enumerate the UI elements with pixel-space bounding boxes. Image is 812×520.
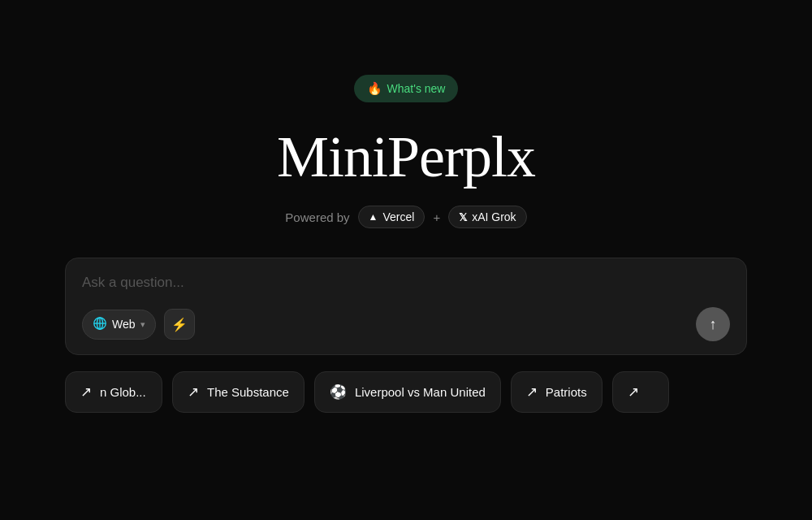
trending-label-3: Patriots — [546, 385, 587, 399]
trending-label-0: n Glob... — [100, 385, 146, 399]
trending-card-substance[interactable]: ↗ The Substance — [172, 371, 304, 413]
whats-new-button[interactable]: 🔥 What's new — [354, 75, 459, 102]
lightning-icon: ⚡ — [171, 317, 188, 332]
lightning-button[interactable]: ⚡ — [164, 309, 195, 340]
globe-icon — [93, 316, 107, 333]
xai-label: xAI Grok — [472, 210, 516, 223]
trending-icon-1: ↗ — [188, 384, 199, 401]
soccer-icon: ⚽ — [330, 384, 347, 401]
trending-label-1: The Substance — [207, 385, 289, 399]
web-label: Web — [112, 318, 136, 331]
web-mode-button[interactable]: Web ▾ — [82, 310, 156, 340]
trending-icon-4: ↗ — [628, 384, 639, 401]
app-title: MiniPerplx — [277, 125, 535, 189]
trending-card-patriots[interactable]: ↗ Patriots — [511, 371, 603, 413]
fire-icon: 🔥 — [367, 81, 382, 96]
vercel-badge: ▲ Vercel — [358, 206, 425, 228]
submit-button[interactable]: ↑ — [696, 307, 730, 341]
search-toolbar: Web ▾ ⚡ ↑ — [82, 307, 730, 341]
search-box: Web ▾ ⚡ ↑ — [65, 258, 747, 355]
trending-label-2: Liverpool vs Man United — [355, 385, 486, 399]
trending-card-more[interactable]: ↗ — [612, 371, 669, 413]
vercel-icon: ▲ — [369, 211, 378, 223]
main-container: 🔥 What's new MiniPerplx Powered by ▲ Ver… — [0, 75, 812, 413]
search-input[interactable] — [82, 275, 730, 291]
trending-card-glob[interactable]: ↗ n Glob... — [65, 371, 162, 413]
whats-new-label: What's new — [387, 82, 446, 95]
trending-icon-3: ↗ — [526, 384, 538, 401]
powered-by-row: Powered by ▲ Vercel + 𝕏 xAI Grok — [285, 206, 526, 228]
toolbar-left: Web ▾ ⚡ — [82, 309, 195, 340]
xai-icon: 𝕏 — [459, 211, 467, 223]
plus-sign: + — [433, 210, 440, 224]
arrow-up-icon: ↑ — [710, 316, 717, 333]
trending-card-liverpool[interactable]: ⚽ Liverpool vs Man United — [314, 371, 501, 413]
trending-icon-0: ↗ — [80, 384, 92, 401]
xai-badge: 𝕏 xAI Grok — [448, 206, 526, 228]
trending-row: ↗ n Glob... ↗ The Substance ⚽ Liverpool … — [65, 371, 747, 413]
vercel-label: Vercel — [382, 210, 414, 223]
powered-by-label: Powered by — [285, 210, 349, 224]
chevron-down-icon: ▾ — [140, 319, 145, 330]
